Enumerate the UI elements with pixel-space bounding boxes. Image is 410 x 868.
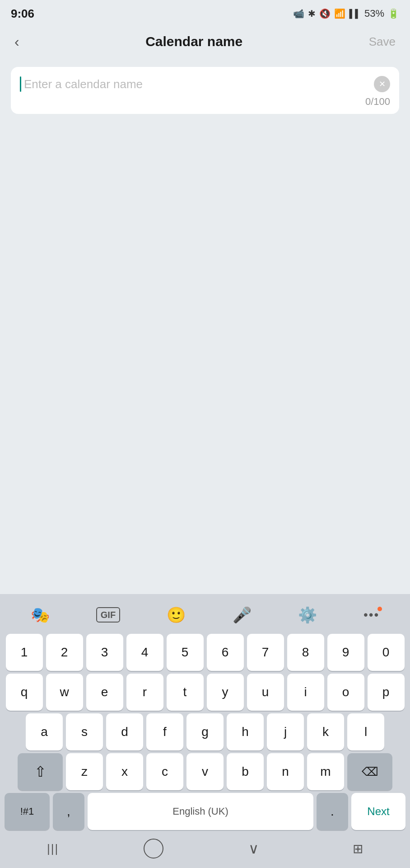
- row-asdf: a s d f g h j k l: [5, 713, 405, 750]
- key-o[interactable]: o: [327, 674, 364, 711]
- wifi-icon: 📶: [334, 8, 345, 19]
- number-row: 1 2 3 4 5 6 7 8 9 0: [5, 634, 405, 671]
- microphone-icon: 🎤: [233, 606, 252, 624]
- keyboard: 🎭 GIF 🙂 🎤 ⚙️ ••• 1 2 3 4 5 6 7 8: [0, 594, 410, 832]
- key-l[interactable]: l: [347, 713, 384, 750]
- more-button[interactable]: •••: [357, 604, 386, 626]
- nav-recent-button[interactable]: ∨: [239, 836, 268, 861]
- text-cursor: [20, 76, 21, 92]
- clear-input-button[interactable]: [374, 76, 390, 92]
- key-0[interactable]: 0: [368, 634, 405, 671]
- key-d[interactable]: d: [106, 713, 143, 750]
- key-b[interactable]: b: [227, 753, 264, 790]
- nav-back-button[interactable]: |||: [38, 838, 68, 859]
- notification-dot: [377, 607, 382, 611]
- period-key[interactable]: .: [317, 793, 348, 830]
- key-z[interactable]: z: [66, 753, 103, 790]
- key-v[interactable]: v: [186, 753, 224, 790]
- key-c[interactable]: c: [146, 753, 183, 790]
- nav-bar: ||| ∨ ⊞: [0, 832, 410, 868]
- sticker-button[interactable]: 🎭: [24, 602, 56, 627]
- keyboard-toolbar: 🎭 GIF 🙂 🎤 ⚙️ •••: [3, 598, 407, 634]
- key-r[interactable]: r: [126, 674, 163, 711]
- space-key[interactable]: English (UK): [88, 793, 313, 830]
- key-q[interactable]: q: [6, 674, 43, 711]
- key-s[interactable]: s: [66, 713, 103, 750]
- emoji-icon: 🙂: [167, 606, 186, 624]
- row-zxcv: ⇧ z x c v b n m ⌫: [5, 753, 405, 790]
- key-t[interactable]: t: [167, 674, 204, 711]
- main-content: [0, 123, 410, 594]
- key-j[interactable]: j: [267, 713, 304, 750]
- key-w[interactable]: w: [46, 674, 83, 711]
- sticker-icon: 🎭: [31, 606, 50, 624]
- status-bar: 9:06 📹 ✱ 🔇 📶 ▌▌ 53% 🔋: [0, 0, 410, 25]
- key-u[interactable]: u: [247, 674, 284, 711]
- key-p[interactable]: p: [368, 674, 405, 711]
- app-header: ‹ Calendar name Save: [0, 25, 410, 58]
- settings-button[interactable]: ⚙️: [292, 602, 323, 627]
- battery-icon: 🔋: [388, 8, 399, 19]
- key-1[interactable]: 1: [6, 634, 43, 671]
- bluetooth-icon: ✱: [308, 8, 316, 19]
- input-placeholder: Enter a calendar name: [24, 77, 374, 91]
- gif-button[interactable]: GIF: [90, 604, 126, 626]
- key-m[interactable]: m: [307, 753, 344, 790]
- camera-icon: 📹: [293, 8, 304, 19]
- char-count: 0/100: [20, 96, 390, 108]
- input-area: Enter a calendar name 0/100: [0, 58, 410, 123]
- key-3[interactable]: 3: [86, 634, 123, 671]
- mute-icon: 🔇: [319, 8, 331, 19]
- nav-home-button[interactable]: [144, 839, 163, 859]
- key-8[interactable]: 8: [287, 634, 324, 671]
- key-2[interactable]: 2: [46, 634, 83, 671]
- key-f[interactable]: f: [146, 713, 183, 750]
- backspace-key[interactable]: ⌫: [347, 753, 392, 790]
- page-title: Calendar name: [23, 34, 365, 49]
- comma-key[interactable]: ,: [53, 793, 84, 830]
- gear-icon: ⚙️: [298, 606, 317, 624]
- row-qwerty: q w e r t y u i o p: [5, 674, 405, 711]
- key-5[interactable]: 5: [167, 634, 204, 671]
- gif-icon: GIF: [96, 607, 120, 623]
- key-g[interactable]: g: [186, 713, 224, 750]
- key-n[interactable]: n: [267, 753, 304, 790]
- key-k[interactable]: k: [307, 713, 344, 750]
- save-button[interactable]: Save: [365, 31, 399, 52]
- key-7[interactable]: 7: [247, 634, 284, 671]
- status-time: 9:06: [11, 7, 34, 21]
- key-a[interactable]: a: [26, 713, 63, 750]
- keyboard-rows: 1 2 3 4 5 6 7 8 9 0 q w e r t y u i o p …: [3, 634, 407, 830]
- next-key[interactable]: Next: [351, 793, 405, 830]
- emoji-button[interactable]: 🙂: [160, 602, 192, 627]
- key-4[interactable]: 4: [126, 634, 163, 671]
- key-6[interactable]: 6: [207, 634, 244, 671]
- key-9[interactable]: 9: [327, 634, 364, 671]
- row-bottom: !#1 , English (UK) . Next: [5, 793, 405, 830]
- shift-key[interactable]: ⇧: [18, 753, 63, 790]
- back-button[interactable]: ‹: [11, 31, 23, 52]
- nav-keyboard-button[interactable]: ⊞: [344, 838, 372, 860]
- battery-percent: 53%: [364, 8, 384, 19]
- key-x[interactable]: x: [106, 753, 143, 790]
- signal-icon: ▌▌: [349, 9, 361, 19]
- key-y[interactable]: y: [207, 674, 244, 711]
- key-h[interactable]: h: [227, 713, 264, 750]
- more-icon: •••: [363, 608, 379, 622]
- key-e[interactable]: e: [86, 674, 123, 711]
- key-i[interactable]: i: [287, 674, 324, 711]
- microphone-button[interactable]: 🎤: [226, 602, 258, 627]
- symbol-key[interactable]: !#1: [5, 793, 50, 830]
- status-icons: 📹 ✱ 🔇 📶 ▌▌ 53% 🔋: [293, 8, 399, 19]
- calendar-name-input-box[interactable]: Enter a calendar name 0/100: [11, 67, 399, 114]
